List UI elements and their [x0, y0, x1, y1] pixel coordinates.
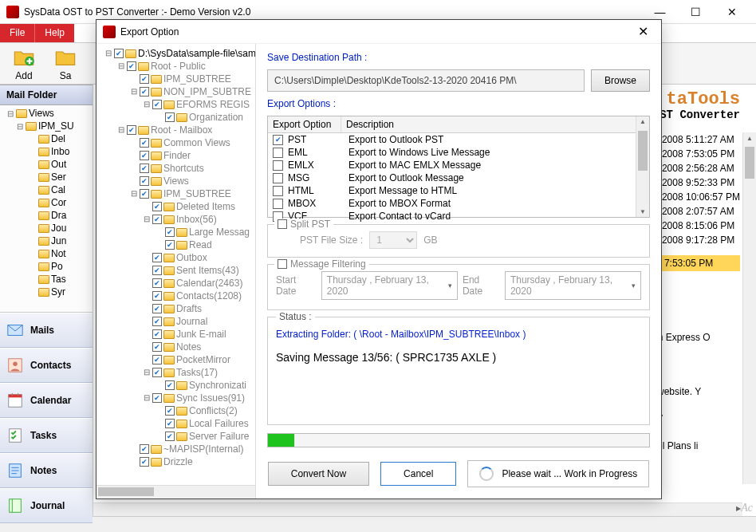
expander-icon[interactable]: ⊟ — [143, 392, 151, 404]
tree-node[interactable]: ⊟IPM_SU — [2, 120, 91, 132]
scrollbar-thumb[interactable] — [638, 131, 648, 171]
date-cell[interactable]: 2008 10:06:57 PM — [662, 190, 740, 204]
tree-checkbox[interactable] — [140, 74, 149, 84]
tree-checkbox[interactable] — [152, 278, 162, 288]
tree-checkbox[interactable] — [140, 151, 149, 160]
option-checkbox[interactable] — [273, 160, 283, 171]
option-checkbox[interactable] — [273, 135, 283, 145]
export-option-row[interactable]: MSGExport to Outlook Message — [268, 171, 649, 184]
export-option-row[interactable]: PSTExport to Outlook PST — [268, 133, 649, 146]
tree-horizontal-scrollbar[interactable] — [96, 485, 255, 499]
folder-tree[interactable]: ⊟D:\SysData\sample-file\samp⊟Root - Publ… — [100, 47, 255, 468]
export-option-row[interactable]: MBOXExport to MBOX Format — [268, 197, 649, 210]
tree-node[interactable]: Journal — [100, 315, 255, 328]
tree-node[interactable]: Contacts(1208) — [100, 290, 255, 302]
tree-checkbox[interactable] — [152, 100, 162, 109]
option-checkbox[interactable] — [273, 148, 283, 158]
tree-checkbox[interactable] — [114, 49, 124, 58]
tree-checkbox[interactable] — [152, 355, 162, 365]
convert-button[interactable]: Convert Now — [268, 462, 369, 486]
tree-checkbox[interactable] — [152, 202, 162, 211]
tree-checkbox[interactable] — [140, 87, 149, 97]
horizontal-scrollbar[interactable] — [93, 502, 742, 516]
tree-node[interactable]: Views — [100, 175, 255, 187]
start-date-picker[interactable]: Thursday , February 13, 2020▾ — [321, 271, 458, 300]
option-checkbox[interactable] — [273, 173, 283, 183]
tree-checkbox[interactable] — [152, 393, 162, 403]
date-cell[interactable]: 2008 5:11:27 AM — [662, 132, 740, 147]
tree-node[interactable]: Deleted Items — [100, 200, 255, 213]
tree-checkbox[interactable] — [140, 189, 149, 199]
tree-checkbox[interactable] — [140, 138, 149, 148]
tree-node[interactable]: Drizzle — [100, 455, 255, 468]
tree-checkbox[interactable] — [165, 419, 175, 428]
selected-date[interactable]: 7:53:05 PM — [662, 255, 740, 271]
tree-node[interactable]: Tas — [2, 273, 91, 286]
tree-node[interactable]: Synchronizati — [100, 379, 255, 392]
expander-icon[interactable]: ⊟ — [130, 187, 138, 200]
tree-checkbox[interactable] — [152, 329, 162, 339]
tree-checkbox[interactable] — [140, 164, 149, 173]
date-cell[interactable]: 2008 8:15:06 PM — [662, 219, 740, 233]
tree-checkbox[interactable] — [152, 368, 162, 377]
date-cell[interactable]: 2008 9:52:33 PM — [662, 175, 740, 190]
expander-icon[interactable]: ⊟ — [143, 366, 151, 379]
tree-checkbox[interactable] — [152, 342, 162, 352]
tree-node[interactable]: Server Failure — [100, 430, 255, 443]
expander-icon[interactable]: ⊟ — [130, 85, 138, 98]
tree-checkbox[interactable] — [152, 215, 162, 224]
tree-checkbox[interactable] — [152, 304, 162, 313]
tree-node[interactable]: Local Failures — [100, 417, 255, 430]
tree-checkbox[interactable] — [165, 380, 175, 390]
browse-button[interactable]: Browse — [591, 69, 650, 92]
tree-node[interactable]: Sent Items(43) — [100, 264, 255, 277]
expander-icon[interactable]: ⊟ — [143, 98, 151, 111]
tree-checkbox[interactable] — [165, 406, 175, 416]
dialog-close-button[interactable]: ✕ — [631, 24, 655, 39]
tree-node[interactable]: Inbo — [2, 145, 91, 158]
tree-node[interactable]: Not — [2, 247, 91, 260]
tree-node[interactable]: Common Views — [100, 136, 255, 149]
tree-checkbox[interactable] — [127, 125, 136, 135]
nav-calendar[interactable]: Calendar — [0, 383, 93, 418]
tree-checkbox[interactable] — [165, 240, 175, 250]
tree-node[interactable]: Jun — [2, 234, 91, 247]
expander-icon[interactable]: ⊟ — [117, 124, 125, 136]
nav-contacts[interactable]: Contacts — [0, 348, 93, 383]
tree-node[interactable]: ⊟IPM_SUBTREE — [100, 187, 255, 200]
maximize-button[interactable]: ☐ — [678, 1, 714, 23]
table-scrollbar[interactable] — [636, 116, 649, 217]
tree-checkbox[interactable] — [165, 112, 175, 122]
cancel-button[interactable]: Cancel — [380, 462, 456, 486]
date-cell[interactable]: 2008 9:17:28 PM — [662, 233, 740, 247]
tree-node[interactable]: Notes — [100, 341, 255, 353]
tree-node[interactable]: ⊟Tasks(17) — [100, 366, 255, 379]
tree-checkbox[interactable] — [165, 227, 175, 237]
option-checkbox[interactable] — [273, 199, 283, 209]
tree-node[interactable]: ⊟NON_IPM_SUBTRE — [100, 85, 255, 98]
tree-node[interactable]: ⊟Inbox(56) — [100, 213, 255, 226]
filter-legend[interactable]: Message Filtering — [274, 258, 369, 270]
tree-node[interactable]: Drafts — [100, 302, 255, 315]
tree-node[interactable]: ⊟Views — [2, 107, 91, 120]
end-date-picker[interactable]: Thursday , February 13, 2020▾ — [505, 271, 641, 300]
menu-help[interactable]: Help — [35, 24, 74, 42]
date-cell[interactable]: 2008 2:56:28 AM — [662, 161, 740, 175]
tree-checkbox[interactable] — [140, 457, 149, 467]
tree-node[interactable]: Del — [2, 132, 91, 145]
export-option-row[interactable]: EMLXExport to MAC EMLX Message — [268, 159, 649, 171]
tree-checkbox[interactable] — [152, 291, 162, 301]
menu-file[interactable]: File — [0, 24, 35, 42]
scrollbar-thumb[interactable] — [98, 487, 154, 496]
tree-node[interactable]: Ser — [2, 171, 91, 183]
mini-tree[interactable]: ⊟Views⊟IPM_SUDelInboOutSerCalCorDraJouJu… — [0, 105, 93, 313]
tree-node[interactable]: ⊟Sync Issues(91) — [100, 392, 255, 404]
path-input[interactable]: C:\Users\Dimple\Desktop\KdeTools2-13-202… — [267, 69, 585, 92]
tree-node[interactable]: ⊟EFORMS REGIS — [100, 98, 255, 111]
vertical-scrollbar[interactable] — [742, 132, 756, 484]
split-pst-checkbox[interactable] — [278, 219, 287, 229]
tree-node[interactable]: ⊟D:\SysData\sample-file\samp — [100, 47, 255, 60]
tree-node[interactable]: IPM_SUBTREE — [100, 73, 255, 85]
tree-node[interactable]: Dra — [2, 209, 91, 222]
nav-mail[interactable]: Mails — [0, 313, 93, 348]
